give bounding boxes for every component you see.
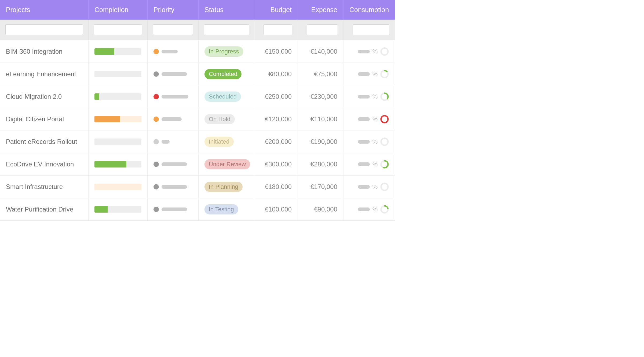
col-header-projects[interactable]: Projects xyxy=(0,0,89,20)
priority-bar-icon xyxy=(162,50,178,53)
expense-cell: €280,000 xyxy=(298,153,343,176)
priority-indicator xyxy=(153,71,187,77)
filter-cell-consumption xyxy=(343,20,395,40)
priority-bar-icon xyxy=(162,162,187,166)
consumption-unit: % xyxy=(372,48,378,55)
consumption-ring-icon xyxy=(380,137,389,146)
filter-input-consumption[interactable] xyxy=(353,24,389,35)
priority-bar-icon xyxy=(162,117,182,121)
project-name-cell[interactable]: eLearning Enhancement xyxy=(0,63,89,85)
filter-cell-expense xyxy=(298,20,343,40)
consumption-bar-icon xyxy=(358,50,370,53)
priority-cell xyxy=(148,63,199,85)
expense-cell: €170,000 xyxy=(298,176,343,198)
expense-cell: €75,000 xyxy=(298,63,343,85)
consumption-unit: % xyxy=(372,116,378,123)
project-name-cell[interactable]: Cloud Migration 2.0 xyxy=(0,85,89,108)
consumption-ring-icon xyxy=(380,92,389,101)
expense-cell: €230,000 xyxy=(298,85,343,108)
status-cell: On Hold xyxy=(199,108,255,130)
budget-cell: €200,000 xyxy=(255,130,298,153)
filter-input-budget[interactable] xyxy=(264,24,292,35)
priority-bar-icon xyxy=(162,72,187,76)
consumption-ring-icon xyxy=(380,115,389,123)
filter-input-priority[interactable] xyxy=(153,24,193,35)
priority-cell xyxy=(148,198,199,221)
consumption-ring-icon xyxy=(380,70,389,78)
status-cell: Scheduled xyxy=(199,85,255,108)
completion-bar-fill xyxy=(94,116,120,122)
priority-dot-icon xyxy=(153,184,159,190)
priority-indicator xyxy=(153,184,187,190)
project-name-cell[interactable]: Patient eRecords Rollout xyxy=(0,130,89,153)
priority-cell xyxy=(148,108,199,130)
priority-dot-icon xyxy=(153,139,159,144)
consumption-cell: % xyxy=(343,40,395,63)
expense-cell: €190,000 xyxy=(298,130,343,153)
consumption-unit: % xyxy=(372,138,378,145)
consumption-unit: % xyxy=(372,206,378,213)
priority-indicator xyxy=(153,94,188,99)
completion-bar xyxy=(94,93,141,100)
project-name-cell[interactable]: EcoDrive EV Innovation xyxy=(0,153,89,176)
consumption-cell: % xyxy=(343,153,395,176)
consumption-ring-icon xyxy=(380,160,389,169)
status-badge: In Progress xyxy=(204,46,243,57)
completion-bar xyxy=(94,116,141,122)
filter-input-expense[interactable] xyxy=(307,24,338,35)
completion-bar xyxy=(94,161,141,167)
col-header-consumption[interactable]: Consumption xyxy=(343,0,395,20)
completion-bar xyxy=(94,48,141,55)
completion-cell xyxy=(89,63,148,85)
priority-indicator xyxy=(153,116,182,122)
consumption-ring-icon xyxy=(380,205,389,214)
priority-dot-icon xyxy=(153,162,159,167)
col-header-completion[interactable]: Completion xyxy=(89,0,148,20)
project-name-cell[interactable]: Smart Infrastructure xyxy=(0,176,89,198)
priority-indicator xyxy=(153,49,178,54)
priority-cell xyxy=(148,130,199,153)
priority-cell xyxy=(148,153,199,176)
consumption-bar-icon xyxy=(358,140,370,144)
consumption-unit: % xyxy=(372,183,378,190)
filter-input-status[interactable] xyxy=(204,24,249,35)
expense-cell: €110,000 xyxy=(298,108,343,130)
status-cell: In Testing xyxy=(199,198,255,221)
status-badge: In Planning xyxy=(204,182,243,192)
project-name-cell[interactable]: BIM-360 Integration xyxy=(0,40,89,63)
status-cell: Completed xyxy=(199,63,255,85)
projects-table: Projects Completion Priority Status Budg… xyxy=(0,0,393,221)
col-header-priority[interactable]: Priority xyxy=(148,0,199,20)
filter-cell-budget xyxy=(255,20,298,40)
svg-point-0 xyxy=(381,48,388,55)
completion-cell xyxy=(89,108,148,130)
priority-cell xyxy=(148,40,199,63)
consumption-unit: % xyxy=(372,161,378,168)
col-header-budget[interactable]: Budget xyxy=(255,0,298,20)
filter-cell-status xyxy=(199,20,255,40)
consumption-cell: % xyxy=(343,108,395,130)
consumption-unit: % xyxy=(372,71,378,78)
col-header-status[interactable]: Status xyxy=(199,0,255,20)
filter-input-projects[interactable] xyxy=(5,24,83,35)
consumption-unit: % xyxy=(372,93,378,100)
priority-dot-icon xyxy=(153,71,159,77)
priority-indicator xyxy=(153,162,187,167)
filter-input-completion[interactable] xyxy=(94,24,142,35)
budget-cell: €120,000 xyxy=(255,108,298,130)
col-header-expense[interactable]: Expense xyxy=(298,0,343,20)
consumption-cell: % xyxy=(343,63,395,85)
project-name-cell[interactable]: Water Purification Drive xyxy=(0,198,89,221)
completion-cell xyxy=(89,85,148,108)
consumption-cell: % xyxy=(343,130,395,153)
expense-cell: €140,000 xyxy=(298,40,343,63)
consumption-bar-icon xyxy=(358,207,370,211)
status-cell: Initiated xyxy=(199,130,255,153)
priority-indicator xyxy=(153,207,187,212)
completion-bar-fill xyxy=(94,161,126,167)
project-name-cell[interactable]: Digital Citizen Portal xyxy=(0,108,89,130)
filter-cell-priority xyxy=(148,20,199,40)
status-badge: Scheduled xyxy=(204,92,241,102)
budget-cell: €80,000 xyxy=(255,63,298,85)
budget-cell: €100,000 xyxy=(255,198,298,221)
